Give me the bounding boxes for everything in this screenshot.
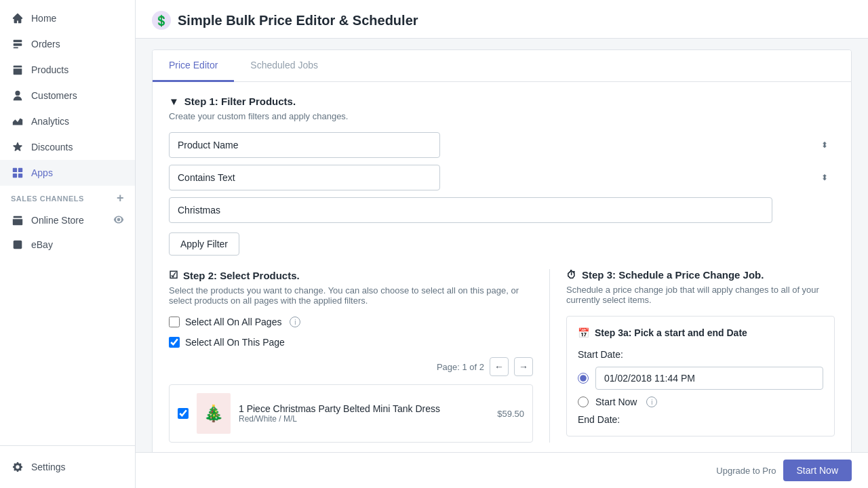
tab-bar: Price Editor Scheduled Jobs [153, 50, 851, 82]
info-icon-start-now[interactable]: i [646, 396, 657, 407]
svg-rect-6 [18, 174, 22, 178]
sidebar: Home Orders Products Customers Analytics [0, 0, 136, 488]
date-radio[interactable] [578, 373, 589, 384]
sidebar-item-label: Home [31, 13, 56, 24]
settings-label: Settings [31, 462, 66, 472]
step1-title: Step 1: Filter Products. [184, 96, 296, 107]
select-arrow-icon: ⬍ [821, 173, 828, 182]
step1-section: ▼ Step 1: Filter Products. Create your c… [169, 96, 835, 256]
step2-section: ☑ Step 2: Select Products. Select the pr… [169, 269, 550, 443]
filter-condition-wrapper: Contains Text Does Not Contain Equals St… [169, 165, 835, 190]
step3a-title: Step 3a: Pick a start and end Date [595, 327, 747, 338]
select-all-page-row: Select All On This Page [169, 337, 533, 348]
filter-field-wrapper: Product Name Product Type Product Vendor… [169, 132, 835, 158]
page-title: Simple Bulk Price Editor & Scheduler [178, 13, 418, 28]
sidebar-item-label: Orders [31, 39, 60, 49]
date-radio-row [578, 367, 823, 390]
filter-condition-select[interactable]: Contains Text Does Not Contain Equals St… [169, 165, 440, 190]
start-now-radio[interactable] [578, 396, 589, 407]
product-name: 1 Piece Christmas Party Belted Mini Tank… [239, 403, 489, 414]
add-channel-icon[interactable]: + [117, 191, 124, 205]
filter-value-input[interactable] [169, 197, 772, 223]
sidebar-item-label: Apps [31, 167, 53, 178]
settings-icon [11, 460, 24, 474]
next-page-button[interactable]: → [514, 357, 533, 376]
start-now-radio-row: Start Now i [578, 396, 823, 407]
product-checkbox[interactable] [178, 408, 189, 419]
svg-rect-3 [13, 168, 17, 172]
sidebar-item-settings[interactable]: Settings [0, 454, 135, 480]
step3-title: Step 3: Schedule a Price Change Job. [582, 269, 764, 281]
svg-rect-5 [13, 174, 17, 178]
svg-rect-2 [14, 47, 18, 49]
apply-filter-button[interactable]: Apply Filter [169, 232, 239, 256]
start-now-button[interactable]: Start Now [783, 460, 852, 481]
sidebar-item-apps[interactable]: Apps [0, 160, 135, 186]
sidebar-item-products[interactable]: Products [0, 57, 135, 83]
sidebar-item-orders[interactable]: Orders [0, 31, 135, 57]
customers-icon [11, 89, 24, 102]
step3-section: ⏱ Step 3: Schedule a Price Change Job. S… [550, 269, 835, 443]
step2-desc: Select the products you want to change. … [169, 285, 533, 306]
step1-desc: Create your custom filters and apply cha… [169, 111, 835, 121]
online-store-icon [11, 214, 24, 227]
svg-rect-1 [14, 43, 22, 46]
sidebar-item-label: Products [31, 64, 68, 75]
svg-rect-0 [14, 40, 22, 43]
eye-icon[interactable] [113, 214, 124, 227]
sidebar-nav: Home Orders Products Customers Analytics [0, 0, 135, 445]
select-arrow-icon: ⬍ [821, 140, 828, 150]
orders-icon [11, 37, 24, 51]
select-all-pages-checkbox[interactable] [169, 317, 180, 327]
product-info: 1 Piece Christmas Party Belted Mini Tank… [239, 403, 489, 424]
ebay-icon [11, 238, 24, 251]
svg-rect-4 [18, 168, 22, 172]
select-all-pages-row: Select All On All Pages i [169, 317, 533, 327]
content-area: Price Editor Scheduled Jobs ▼ Step 1: Fi… [136, 39, 868, 452]
date-input[interactable] [595, 367, 823, 390]
app-icon: 💲 [152, 11, 171, 30]
sidebar-item-analytics[interactable]: Analytics [0, 108, 135, 134]
home-icon [11, 12, 24, 25]
tab-scheduled-jobs[interactable]: Scheduled Jobs [234, 50, 334, 82]
sidebar-item-discounts[interactable]: Discounts [0, 134, 135, 160]
main-content: 💲 Simple Bulk Price Editor & Scheduler P… [136, 0, 868, 488]
step3a-card: 📅 Step 3a: Pick a start and end Date Sta… [566, 316, 835, 436]
sidebar-item-online-store[interactable]: Online Store [0, 208, 135, 232]
apps-icon [11, 166, 24, 180]
filter-icon: ▼ [169, 96, 179, 107]
pagination: Page: 1 of 2 ← → [169, 357, 533, 376]
sidebar-footer: Settings [0, 445, 135, 488]
online-store-label: Online Store [31, 215, 84, 226]
page-header: 💲 Simple Bulk Price Editor & Scheduler [136, 0, 868, 39]
product-variant: Red/White / M/L [239, 414, 489, 424]
checkbox-icon: ☑ [169, 269, 178, 281]
sales-channels-label: SALES CHANNELS [11, 195, 84, 203]
filter-field-select[interactable]: Product Name Product Type Product Vendor… [169, 132, 440, 158]
select-all-page-label: Select All On This Page [185, 337, 285, 348]
sidebar-item-label: Customers [31, 90, 77, 101]
product-row: 🎄 1 Piece Christmas Party Belted Mini Ta… [169, 384, 533, 443]
step1-header: ▼ Step 1: Filter Products. [169, 96, 835, 107]
bottom-bar: Upgrade to Pro Start Now [136, 452, 868, 488]
sidebar-item-ebay[interactable]: eBay [0, 232, 135, 257]
tab-price-editor[interactable]: Price Editor [153, 50, 234, 82]
sidebar-item-customers[interactable]: Customers [0, 83, 135, 108]
calendar-icon: 📅 [578, 327, 589, 338]
product-price: $59.50 [497, 409, 524, 419]
select-all-page-checkbox[interactable] [169, 337, 180, 348]
sales-channels-section: SALES CHANNELS + [0, 186, 135, 208]
product-image: 🎄 [197, 393, 231, 434]
steps-two-col: ☑ Step 2: Select Products. Select the pr… [169, 269, 835, 443]
ebay-label: eBay [31, 239, 53, 250]
pagination-text: Page: 1 of 2 [437, 362, 484, 372]
sidebar-item-home[interactable]: Home [0, 5, 135, 31]
card-body: ▼ Step 1: Filter Products. Create your c… [153, 82, 851, 452]
prev-page-button[interactable]: ← [490, 357, 509, 376]
analytics-icon [11, 115, 24, 128]
info-icon[interactable]: i [290, 317, 300, 327]
step2-header: ☑ Step 2: Select Products. [169, 269, 533, 281]
upgrade-text: Upgrade to Pro [716, 466, 776, 476]
end-date-label: End Date: [578, 414, 823, 425]
step3a-header: 📅 Step 3a: Pick a start and end Date [578, 327, 823, 338]
